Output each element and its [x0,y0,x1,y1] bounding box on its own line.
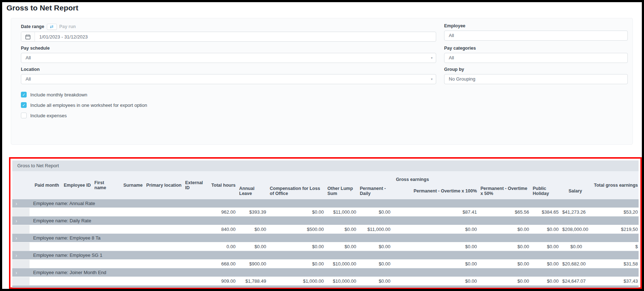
date-range-label: Date range [21,24,44,29]
field-pay-categories: Pay categories All [444,46,628,63]
date-range-input-wrap [21,32,436,42]
cell-earning: $0.00 [562,242,586,251]
employee-group-label: Employee name: Joiner Month End [30,270,106,275]
employee-group-row[interactable]: ›Employee name: Employee 8 Ta [12,234,639,242]
report-data-row: 0.00$0.00$0.00$0.00$0.00$0.00$0.00$0.00$… [12,242,639,251]
cell-total-gross: $ [586,242,639,251]
pay-categories-label: Pay categories [444,46,628,51]
checkbox-label: Include monthly breakdown [30,92,87,97]
partial-next-row [12,286,639,288]
report-data-row: 909.00$1,788.49$1,000.00$10,000.00$0.00$… [12,277,639,286]
report-panel-title: Gross to Net Report [12,160,639,171]
earnings-column-header: Permanent - Overtime x 100% [394,183,480,199]
checkbox-checked-icon[interactable]: ✓ [21,92,27,97]
date-range-input[interactable] [35,32,436,41]
pay-schedule-select[interactable]: All ▾ [21,53,436,63]
cell-earning: $11,000.00 [360,225,394,233]
cell-earning: $1,788.49 [239,277,270,285]
cell-earning: $0.00 [360,260,394,268]
employee-group-row[interactable]: ›Employee name: Employee SG 1 [12,251,639,260]
employee-label: Employee [444,23,628,29]
location-select[interactable]: All ▾ [21,74,436,84]
cell-earning: $20,682.00 [562,260,586,268]
chevron-down-icon: ▾ [431,74,433,84]
cell-earning: $0.00 [270,260,327,268]
location-label: Location [21,67,436,72]
employee-group-label: Employee name: Employee SG 1 [30,253,102,258]
cell-earning: $0.00 [394,225,480,233]
employee-group-row[interactable]: ›Employee name: Daily Rate [12,217,639,225]
report-scroll-area[interactable]: Paid monthEmployee IDFirst nameSurnamePr… [12,171,639,288]
employee-group-label: Employee name: Daily Rate [30,218,91,223]
checkbox-unchecked-icon[interactable] [21,113,27,118]
cell-earning: $10,000.00 [327,277,360,285]
field-employee: Employee All [444,23,628,42]
earnings-column-header: Public Holiday [533,183,562,199]
cell-earning: $0.00 [533,277,562,285]
earnings-column-header: Permanent - Daily [360,183,394,199]
pay-schedule-label: Pay schedule [21,46,436,51]
pay-run-label: Pay run [59,24,76,29]
cell-earning: $0.00 [480,242,533,251]
chevron-down-icon: ▾ [431,53,433,63]
calendar-icon [21,32,35,41]
expand-chevron-icon[interactable]: › [12,269,30,277]
earnings-column-header: Compensation for Loss of Office [270,183,327,199]
page-title: Gross to Net Report [6,4,79,12]
cell-earning: $41,273.26 [562,208,586,216]
cell-earning: $10,000.00 [327,260,360,268]
expand-chevron-icon[interactable]: › [12,251,30,259]
cell-earning: $500.00 [270,225,327,233]
report-header: Paid monthEmployee IDFirst nameSurnamePr… [12,171,639,199]
report-table: Paid monthEmployee IDFirst nameSurnamePr… [12,171,639,288]
employee-select-value: All [449,33,454,38]
checkbox-row[interactable]: ✓Include all employees in one worksheet … [21,102,436,108]
pay-categories-select[interactable]: All [444,53,628,63]
employee-group-row[interactable]: ›Employee name: Annual Rate [12,199,639,208]
expand-chevron-icon[interactable]: › [12,200,30,208]
cell-earning: $393.39 [239,208,270,216]
report-data-row: 840.00$0.00$500.00$0.00$11,000.00$0.00$0… [12,225,639,234]
checkbox-row[interactable]: ✓Include monthly breakdown [21,92,436,97]
employee-group-row[interactable]: ›Employee name: Joiner Month End [12,268,639,277]
earnings-group-header: Gross earnings [239,171,586,183]
column-header: Surname [120,171,146,199]
cell-earning: $0.00 [480,277,533,285]
cell-earning: $0.00 [327,225,360,233]
expand-chevron-icon[interactable]: › [12,234,30,242]
cell-earning: $0.00 [270,208,327,216]
field-location: Location All ▾ [21,67,436,84]
cell-earning: $0.00 [480,260,533,268]
expand-chevron-icon[interactable]: › [12,217,30,225]
employee-select[interactable]: All [444,31,628,41]
cell-total-hours: 668.00 [211,260,239,268]
cell-earning: $65.56 [480,208,533,216]
row-expander-cell [12,225,30,233]
column-header: Primary location [146,171,185,199]
cell-earning: $0.00 [394,260,480,268]
cell-total-gross: $31,58 [586,260,639,268]
cell-earning: $87.41 [394,208,480,216]
checkbox-checked-icon[interactable]: ✓ [21,102,27,108]
field-date-range: Date range ⇄ Pay run [21,23,436,42]
cell-earning: $0.00 [239,225,270,233]
cell-earning: $1,000.00 [270,277,327,285]
cell-earning: $0.00 [239,242,270,251]
cell-earning: $384.65 [533,208,562,216]
column-header: External ID [185,171,211,199]
row-expander-cell [12,260,30,268]
row-expander-cell [12,242,30,251]
cell-total-hours: 962.00 [211,208,239,216]
earnings-column-header: Salary [562,183,586,199]
cell-earning: $0.00 [480,225,533,233]
cell-total-gross: $219,50 [586,225,639,233]
cell-earning: $0.00 [533,242,562,251]
group-by-select-value: No Grouping [449,76,475,82]
group-by-select[interactable]: No Grouping [444,74,628,84]
cell-total-hours: 909.00 [211,277,239,285]
checkbox-row[interactable]: Include expenses [21,113,436,118]
report-data-row: 668.00$900.00$0.00$10,000.00$0.00$0.00$0… [12,260,639,268]
employee-group-label: Employee name: Annual Rate [30,201,95,206]
date-payrun-swap-toggle[interactable]: ⇄ [47,24,57,30]
cell-total-gross: $53,20 [586,208,639,216]
